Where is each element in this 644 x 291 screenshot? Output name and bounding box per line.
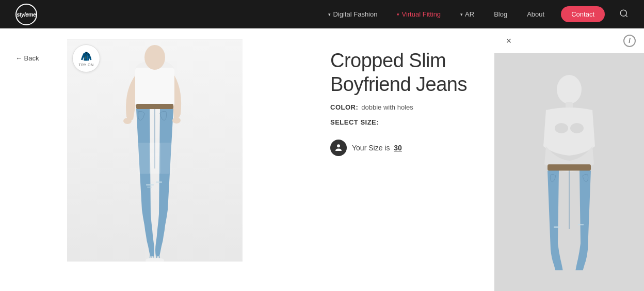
svg-point-22 — [337, 144, 340, 147]
product-image-panel: ← Back 🧥 TRY ON — [0, 28, 310, 291]
nav-item-about[interactable]: About — [520, 10, 552, 18]
nav-label-ar: AR — [465, 10, 474, 18]
svg-rect-29 — [554, 226, 560, 228]
try-on-label: TRY ON — [78, 63, 93, 67]
virtual-fitting-panel: × i — [494, 28, 644, 291]
fitting-panel-header: × i — [494, 28, 644, 53]
logo[interactable]: styleme — [15, 4, 37, 25]
svg-rect-7 — [147, 187, 152, 188]
product-image: 🧥 TRY ON — [67, 39, 243, 262]
mannequin-figure-svg — [528, 74, 610, 270]
dropdown-caret: ▾ — [460, 12, 463, 17]
nav-item-ar[interactable]: ▾ AR — [453, 10, 481, 18]
svg-point-26 — [570, 123, 584, 133]
svg-rect-27 — [548, 164, 591, 171]
nav-label-digital-fashion: Digital Fashion — [333, 10, 377, 18]
product-title-line1: Cropped Slim — [330, 50, 446, 71]
search-button[interactable] — [619, 9, 629, 20]
size-rec-number: 30 — [394, 144, 402, 152]
dropdown-caret: ▾ — [397, 12, 399, 17]
try-on-badge[interactable]: 🧥 TRY ON — [72, 44, 100, 72]
nav-label-blog: Blog — [494, 10, 507, 18]
svg-point-23 — [557, 75, 582, 104]
svg-rect-6 — [146, 184, 154, 186]
svg-rect-3 — [135, 68, 174, 106]
svg-point-25 — [555, 123, 568, 133]
svg-point-15 — [144, 45, 165, 70]
svg-point-16 — [123, 118, 132, 124]
nav-links: ▾ Digital Fashion ▾ Virtual Fitting ▾ AR… — [321, 6, 629, 22]
svg-rect-30 — [578, 224, 584, 225]
dropdown-caret: ▾ — [328, 12, 331, 17]
size-rec-text: Your Size is 30 — [352, 144, 402, 152]
color-label: COLOR: — [330, 103, 358, 111]
size-rec-prefix: Your Size is — [352, 144, 390, 152]
logo-style-text: styleme — [17, 11, 36, 18]
nav-label-virtual-fitting: Virtual Fitting — [401, 10, 441, 18]
nav-item-virtual-fitting[interactable]: ▾ Virtual Fitting — [390, 10, 448, 18]
search-icon — [619, 9, 629, 18]
person-icon — [334, 143, 343, 152]
mannequin-area — [494, 53, 644, 291]
color-value: dobbie with holes — [361, 103, 413, 111]
back-link[interactable]: ← Back — [15, 54, 39, 62]
nav-label-about: About — [527, 10, 544, 18]
user-avatar-icon — [330, 140, 347, 156]
nav-item-blog[interactable]: Blog — [487, 10, 514, 18]
product-image-container: 🧥 TRY ON — [67, 39, 243, 262]
info-button[interactable]: i — [623, 35, 636, 47]
navbar: styleme ▾ Digital Fashion ▾ Virtual Fitt… — [0, 0, 644, 28]
svg-point-17 — [172, 117, 181, 124]
main-content: ← Back 🧥 TRY ON — [0, 28, 644, 291]
contact-button[interactable]: Contact — [561, 6, 605, 22]
svg-rect-8 — [156, 181, 162, 183]
close-fitting-panel-button[interactable]: × — [503, 35, 515, 47]
size-label: SELECT SIZE: — [330, 118, 379, 126]
logo-circle: styleme — [15, 4, 37, 25]
hanger-icon: 🧥 — [81, 51, 92, 62]
svg-point-0 — [620, 10, 626, 16]
product-figure-svg — [98, 39, 212, 262]
product-title-line2: Boyfriend Jeans — [330, 73, 467, 95]
nav-item-digital-fashion[interactable]: ▾ Digital Fashion — [321, 10, 384, 18]
svg-line-1 — [625, 15, 627, 17]
svg-rect-19 — [149, 143, 172, 174]
svg-rect-4 — [136, 104, 173, 109]
